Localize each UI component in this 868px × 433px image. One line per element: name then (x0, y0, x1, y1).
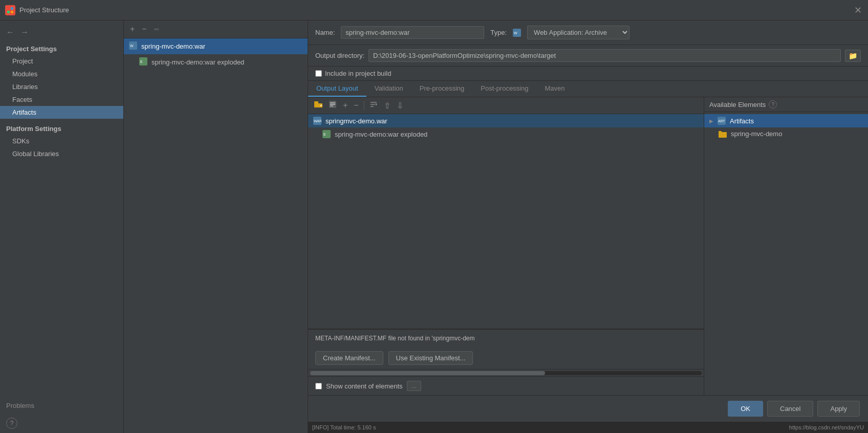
manifest-warning: META-INF/MANIFEST.MF file not found in '… (308, 329, 704, 347)
available-tree: ▶ ART Artifacts spring-mvc-demo (704, 112, 868, 395)
svg-rect-0 (7, 7, 10, 10)
help-button[interactable]: ? (6, 418, 17, 429)
tab-pre-processing[interactable]: Pre-processing (411, 81, 472, 97)
name-type-row: Name: Type: W Web Application: Archive (308, 20, 868, 45)
svg-rect-3 (11, 11, 13, 13)
sidebar-item-sdks[interactable]: SDKs (0, 135, 123, 147)
output-move-up-button[interactable]: ⇧ (382, 100, 393, 112)
horizontal-scrollbar[interactable] (310, 371, 702, 375)
title-bar: Project Structure ✕ (0, 0, 868, 20)
svg-rect-14 (330, 102, 335, 103)
ellipsis-button[interactable]: ... (407, 381, 421, 391)
ok-button[interactable]: OK (728, 401, 763, 417)
manifest-buttons: Create Manifest... Use Existing Manifest… (308, 347, 704, 369)
add-button[interactable]: + (128, 24, 137, 35)
available-elements-panel: Available Elements ? ▶ ART Artifacts (704, 97, 868, 395)
folder-icon (719, 131, 727, 138)
back-button[interactable]: ← (4, 27, 16, 38)
name-label: Name: (315, 29, 335, 36)
artifact-item-war-exploded[interactable]: E spring-mvc-demo:war exploded (124, 54, 308, 70)
svg-rect-15 (330, 104, 335, 105)
problems-label[interactable]: Problems (0, 398, 123, 414)
output-toolbar-icon2[interactable] (327, 99, 339, 112)
status-right: https://blog.csdn.net/sndayYU (789, 424, 864, 430)
name-input[interactable] (341, 26, 484, 39)
forward-button[interactable]: → (18, 27, 31, 38)
scrollbar-thumb (310, 371, 545, 375)
sidebar-item-artifacts[interactable]: Artifacts (0, 106, 123, 119)
svg-rect-16 (330, 105, 333, 106)
include-label[interactable]: Include in project build (325, 70, 391, 77)
main-layout: ← → Project Settings Project Modules Lib… (0, 20, 868, 433)
artifact-toolbar: + − ⎓ (124, 20, 308, 38)
help-icon[interactable]: ? (769, 100, 777, 109)
sidebar-item-facets[interactable]: Facets (0, 93, 123, 106)
svg-text:WAR: WAR (314, 119, 321, 123)
apply-button[interactable]: Apply (817, 401, 860, 417)
sidebar-item-project[interactable]: Project (0, 55, 123, 68)
output-dir-input[interactable] (368, 49, 841, 62)
tab-maven[interactable]: Maven (536, 81, 573, 97)
sidebar-item-modules[interactable]: Modules (0, 68, 123, 80)
exploded-child-icon: E (322, 130, 331, 138)
browse-dir-button[interactable]: 📁 (845, 50, 861, 62)
exploded-icon: E (139, 57, 147, 67)
copy-button[interactable]: ⎓ (152, 24, 161, 35)
output-move-down-button[interactable]: ⇩ (395, 100, 405, 112)
platform-settings-label: Platform Settings (0, 119, 123, 135)
output-tree-war-file[interactable]: WAR springmvc-demo.war (308, 114, 704, 127)
type-select[interactable]: Web Application: Archive (527, 26, 630, 39)
show-content-row: Show content of elements ... (308, 376, 704, 395)
tab-output-layout[interactable]: Output Layout (308, 81, 366, 97)
remove-button[interactable]: − (140, 24, 148, 35)
sidebar-item-global-libraries[interactable]: Global Libraries (0, 147, 123, 160)
output-dir-row: Output directory: 📁 (308, 45, 868, 67)
status-left: [INFO] Total time: 5.160 s (312, 424, 376, 430)
svg-rect-27 (719, 131, 722, 133)
svg-text:W: W (514, 31, 517, 35)
output-tree-exploded[interactable]: E spring-mvc-demo:war exploded (308, 127, 704, 141)
artifact-icon: ART (718, 117, 726, 125)
available-elements-header: Available Elements ? (704, 97, 868, 112)
show-content-checkbox[interactable] (315, 383, 322, 389)
artifact-item-war[interactable]: W spring-mvc-demo:war (124, 38, 308, 54)
svg-text:+: + (320, 103, 322, 108)
sidebar: ← → Project Settings Project Modules Lib… (0, 20, 124, 433)
tab-validation[interactable]: Validation (366, 81, 411, 97)
tab-bar: Output Layout Validation Pre-processing … (308, 81, 868, 97)
include-checkbox[interactable] (315, 70, 322, 77)
svg-text:E: E (140, 60, 143, 63)
svg-text:W: W (130, 44, 134, 48)
output-tree: WAR springmvc-demo.war E spring-mvc-demo… (308, 114, 704, 329)
artifact-list: W spring-mvc-demo:war E spring-mvc-demo:… (124, 38, 308, 433)
available-item-artifacts[interactable]: ▶ ART Artifacts (704, 114, 868, 127)
output-left: + + − (308, 97, 704, 395)
output-sort-button[interactable] (367, 99, 380, 112)
status-bar: [INFO] Total time: 5.160 s https://blog.… (308, 422, 868, 433)
use-existing-manifest-button[interactable]: Use Existing Manifest... (388, 351, 473, 365)
include-row: Include in project build (308, 67, 868, 81)
sidebar-item-libraries[interactable]: Libraries (0, 80, 123, 93)
project-settings-label: Project Settings (0, 42, 123, 55)
scrollbar-area[interactable] (308, 369, 704, 376)
tab-post-processing[interactable]: Post-processing (472, 81, 536, 97)
create-manifest-button[interactable]: Create Manifest... (315, 351, 383, 365)
output-remove-button[interactable]: − (352, 100, 360, 111)
war-file-icon: WAR (313, 117, 321, 125)
app-icon (5, 5, 15, 15)
output-add-button[interactable]: + (341, 100, 350, 111)
svg-rect-2 (7, 11, 10, 13)
war-icon: W (129, 41, 137, 51)
nav-arrows: ← → (0, 25, 123, 42)
expand-icon: ▶ (709, 118, 713, 124)
output-dir-label: Output directory: (315, 52, 364, 59)
window-title: Project Structure (19, 6, 69, 14)
type-icon: W (513, 28, 521, 37)
cancel-button[interactable]: Cancel (767, 401, 813, 417)
svg-text:ART: ART (718, 119, 726, 123)
available-item-spring-mvc-demo[interactable]: spring-mvc-demo (704, 127, 868, 140)
show-content-label[interactable]: Show content of elements (326, 382, 403, 390)
artifact-panel: + − ⎓ W spring-mvc-demo:war E (124, 20, 308, 433)
close-button[interactable]: ✕ (854, 6, 862, 15)
output-add-dir-button[interactable]: + (312, 99, 324, 112)
